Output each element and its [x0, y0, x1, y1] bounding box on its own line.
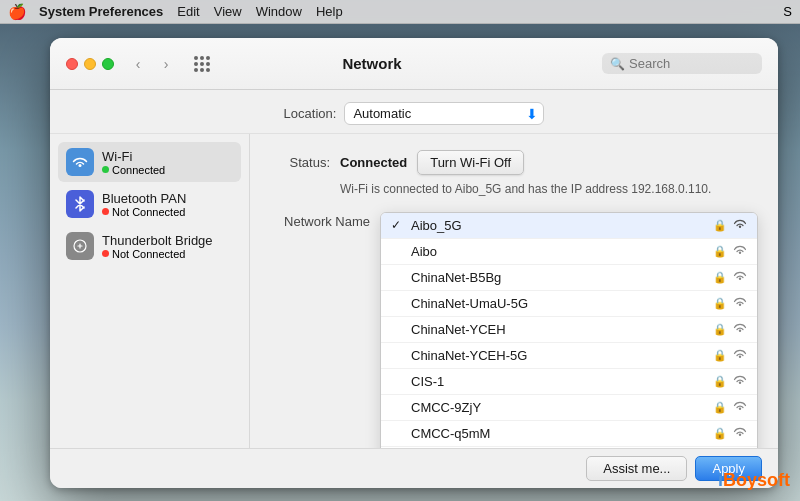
network-window: ‹ › Network 🔍 Location: Automatic ⬇ — [50, 38, 778, 488]
sidebar-item-wifi[interactable]: Wi-Fi Connected — [58, 142, 241, 182]
network-name-8: CMCC-q5mM — [411, 426, 707, 441]
status-label: Status: — [270, 155, 330, 170]
network-item-chinanet-yceh5g[interactable]: ChinaNet-YCEH-5G 🔒 — [381, 343, 757, 369]
window-title: Network — [142, 55, 602, 72]
location-select[interactable]: Automatic — [344, 102, 544, 125]
status-value: Connected — [340, 155, 407, 170]
network-item-chinanet-b5bg[interactable]: ChinaNet-B5Bg 🔒 — [381, 265, 757, 291]
bt-text: Bluetooth PAN Not Connected — [102, 191, 186, 218]
bluetooth-icon — [66, 190, 94, 218]
title-bar: ‹ › Network 🔍 — [50, 38, 778, 90]
traffic-lights — [66, 58, 114, 70]
network-name-0: Aibo_5G — [411, 218, 707, 233]
network-item-cis1[interactable]: CIS-1 🔒 — [381, 369, 757, 395]
search-icon: 🔍 — [610, 57, 625, 71]
sidebar-item-thunderbolt[interactable]: Thunderbolt Bridge Not Connected — [58, 226, 241, 266]
wifi-name: Wi-Fi — [102, 149, 165, 164]
watermark: iBoysoft — [718, 470, 790, 491]
right-panel: Status: Connected Turn Wi-Fi Off Wi-Fi i… — [250, 134, 778, 448]
tb-name: Thunderbolt Bridge — [102, 233, 213, 248]
minimize-button[interactable] — [84, 58, 96, 70]
search-box[interactable]: 🔍 — [602, 53, 762, 74]
network-name-4: ChinaNet-YCEH — [411, 322, 707, 337]
tb-status-text: Not Connected — [112, 248, 185, 260]
tb-status-dot — [102, 250, 109, 257]
apple-menu[interactable]: 🍎 — [8, 3, 27, 21]
menu-view[interactable]: View — [214, 4, 242, 19]
network-name-5: ChinaNet-YCEH-5G — [411, 348, 707, 363]
network-item-chinanet-yceh[interactable]: ChinaNet-YCEH 🔒 — [381, 317, 757, 343]
wifi-status-dot — [102, 166, 109, 173]
thunderbolt-icon — [66, 232, 94, 260]
main-layout: Wi-Fi Connected Bluet — [50, 134, 778, 488]
network-item-direct-hp[interactable]: DIRECT-b6-HP M227f LaserJet 🔒 — [381, 447, 757, 448]
menu-help[interactable]: Help — [316, 4, 343, 19]
app-name[interactable]: System Preferences — [39, 4, 163, 19]
network-name-2: ChinaNet-B5Bg — [411, 270, 707, 285]
inner-layout: Wi-Fi Connected Bluet — [50, 134, 778, 448]
network-item-aibo[interactable]: Aibo 🔒 — [381, 239, 757, 265]
wifi-status: Connected — [102, 164, 165, 176]
network-name-label: Network Name — [270, 212, 370, 229]
assist-button[interactable]: Assist me... — [586, 456, 687, 481]
close-button[interactable] — [66, 58, 78, 70]
bottom-bar: Assist me... Apply — [50, 448, 778, 488]
bt-status-text: Not Connected — [112, 206, 185, 218]
network-dropdown: ✓ Aibo_5G 🔒 Aibo 🔒 — [380, 212, 758, 448]
wifi-signal-icon-1 — [733, 244, 747, 259]
location-label: Location: — [284, 106, 337, 121]
menu-bar-right-item: S — [783, 4, 792, 19]
bt-name: Bluetooth PAN — [102, 191, 186, 206]
sidebar: Wi-Fi Connected Bluet — [50, 134, 250, 448]
wifi-signal-icon-0 — [733, 218, 747, 233]
menu-edit[interactable]: Edit — [177, 4, 199, 19]
menu-bar: 🍎 System Preferences Edit View Window He… — [0, 0, 800, 24]
network-item-aibo5g[interactable]: ✓ Aibo_5G 🔒 — [381, 213, 757, 239]
network-name-3: ChinaNet-UmaU-5G — [411, 296, 707, 311]
bt-status-dot — [102, 208, 109, 215]
status-description: Wi-Fi is connected to Aibo_5G and has th… — [340, 181, 758, 198]
lock-icon-0: 🔒 — [713, 219, 727, 232]
location-wrapper: Automatic ⬇ — [344, 102, 544, 125]
search-input[interactable] — [629, 56, 749, 71]
network-item-cmcc9zjy[interactable]: CMCC-9ZjY 🔒 — [381, 395, 757, 421]
network-item-cmccq5mm[interactable]: CMCC-q5mM 🔒 — [381, 421, 757, 447]
tb-status: Not Connected — [102, 248, 213, 260]
network-name-7: CMCC-9ZjY — [411, 400, 707, 415]
maximize-button[interactable] — [102, 58, 114, 70]
wifi-status-text: Connected — [112, 164, 165, 176]
check-icon: ✓ — [391, 218, 405, 232]
sidebar-item-bluetooth[interactable]: Bluetooth PAN Not Connected — [58, 184, 241, 224]
wifi-icon — [66, 148, 94, 176]
network-row: Network Name ✓ Aibo_5G 🔒 — [270, 212, 758, 448]
lock-icon-1: 🔒 — [713, 245, 727, 258]
wifi-text: Wi-Fi Connected — [102, 149, 165, 176]
location-bar: Location: Automatic ⬇ — [50, 90, 778, 134]
bt-status: Not Connected — [102, 206, 186, 218]
turn-wifi-off-button[interactable]: Turn Wi-Fi Off — [417, 150, 524, 175]
tb-text: Thunderbolt Bridge Not Connected — [102, 233, 213, 260]
network-name-6: CIS-1 — [411, 374, 707, 389]
network-name-1: Aibo — [411, 244, 707, 259]
menu-window[interactable]: Window — [256, 4, 302, 19]
status-row: Status: Connected Turn Wi-Fi Off — [270, 150, 758, 175]
network-item-chinanet-umau5g[interactable]: ChinaNet-UmaU-5G 🔒 — [381, 291, 757, 317]
